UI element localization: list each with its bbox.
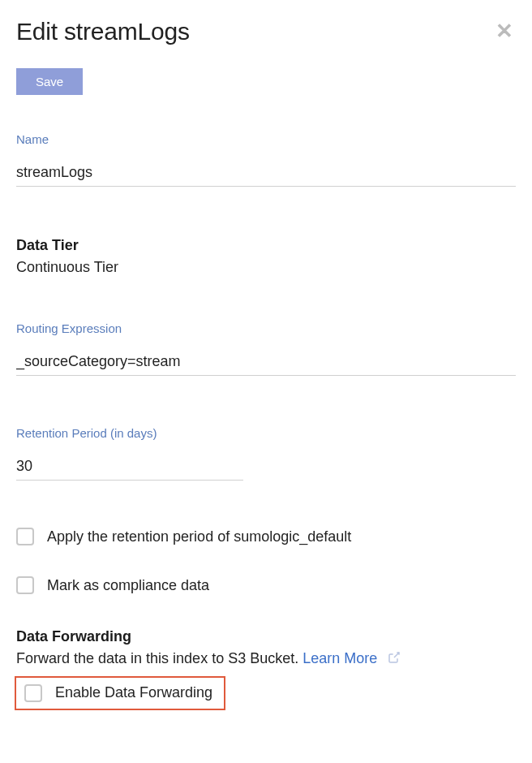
save-button[interactable]: Save: [16, 68, 83, 95]
compliance-row: Mark as compliance data: [16, 576, 516, 594]
routing-label: Routing Expression: [16, 321, 516, 335]
compliance-label: Mark as compliance data: [47, 577, 209, 594]
data-tier-value: Continuous Tier: [16, 259, 516, 276]
routing-input[interactable]: [16, 351, 516, 376]
retention-input[interactable]: [16, 456, 243, 481]
apply-default-label: Apply the retention period of sumologic_…: [47, 528, 351, 545]
name-field-block: Name: [16, 132, 516, 187]
name-input[interactable]: [16, 162, 516, 187]
retention-label: Retention Period (in days): [16, 426, 516, 440]
data-forwarding-heading: Data Forwarding: [16, 628, 516, 645]
forwarding-desc-text: Forward the data in this index to S3 Buc…: [16, 650, 302, 666]
enable-forwarding-highlight: Enable Data Forwarding: [15, 676, 225, 710]
routing-field-block: Routing Expression: [16, 321, 516, 376]
apply-default-checkbox[interactable]: [16, 528, 34, 545]
name-label: Name: [16, 132, 516, 146]
enable-forwarding-label: Enable Data Forwarding: [55, 684, 212, 701]
data-tier-heading: Data Tier: [16, 237, 516, 254]
learn-more-link[interactable]: Learn More: [302, 650, 377, 666]
external-link-icon[interactable]: [388, 651, 401, 668]
data-forwarding-block: Data Forwarding Forward the data in this…: [16, 628, 516, 710]
page-title: Edit streamLogs: [16, 18, 190, 45]
compliance-checkbox[interactable]: [16, 576, 34, 594]
enable-forwarding-checkbox[interactable]: [24, 684, 42, 702]
apply-default-row: Apply the retention period of sumologic_…: [16, 528, 516, 545]
close-icon[interactable]: ✕: [493, 18, 516, 44]
data-forwarding-description: Forward the data in this index to S3 Buc…: [16, 650, 516, 668]
retention-field-block: Retention Period (in days): [16, 426, 516, 481]
data-tier-block: Data Tier Continuous Tier: [16, 237, 516, 276]
